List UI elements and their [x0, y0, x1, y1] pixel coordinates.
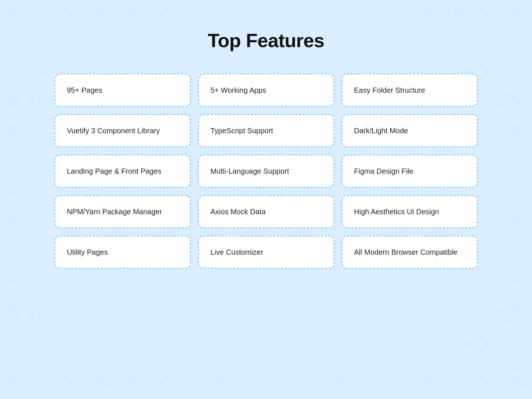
feature-card-landing-pages: Landing Page & Front Pages: [54, 155, 191, 188]
svg-line-96: [394, 375, 405, 386]
feature-label-browser-compat: All Modern Browser Compatible: [354, 248, 458, 257]
svg-line-30: [7, 302, 18, 313]
svg-line-80: [125, 375, 136, 386]
svg-line-91: [482, 375, 493, 386]
feature-label-vuetify: Vuetify 3 Component Library: [67, 127, 160, 135]
feature-label-landing-pages: Landing Page & Front Pages: [67, 167, 162, 176]
svg-line-89: [512, 375, 523, 386]
svg-marker-108: [15, 306, 33, 324]
feature-card-multilanguage: Multi-Language Support: [198, 155, 334, 188]
svg-marker-109: [44, 335, 63, 353]
feature-label-figma: Figma Design File: [354, 167, 413, 176]
svg-line-90: [482, 375, 493, 386]
svg-line-64: [512, 272, 523, 283]
svg-line-68: [512, 331, 523, 342]
features-grid: 95+ Pages5+ Working AppsEasy Folder Stru…: [29, 74, 504, 269]
svg-line-82: [155, 375, 166, 386]
svg-line-102: [306, 375, 317, 386]
svg-line-83: [155, 375, 166, 386]
feature-card-figma: Figma Design File: [342, 155, 478, 188]
feature-label-axios: Axios Mock Data: [211, 208, 266, 216]
svg-line-86: [214, 375, 225, 386]
svg-line-100: [335, 375, 346, 386]
feature-label-utility-pages: Utility Pages: [67, 248, 108, 257]
svg-line-29: [7, 272, 18, 283]
svg-line-70: [512, 361, 523, 372]
svg-line-35: [7, 361, 18, 372]
feature-card-vuetify: Vuetify 3 Component Library: [54, 114, 191, 147]
feature-label-customizer: Live Customizer: [211, 248, 263, 257]
svg-line-28: [7, 272, 18, 283]
feature-card-typescript: TypeScript Support: [198, 114, 334, 147]
svg-line-66: [512, 302, 523, 313]
svg-line-94: [423, 375, 434, 386]
feature-card-npm-yarn: NPM/Yarn Package Manager: [54, 195, 191, 228]
page-content: Top Features 95+ Pages5+ Working AppsEas…: [0, 0, 532, 269]
feature-card-pages: 95+ Pages: [54, 74, 191, 107]
svg-line-85: [184, 375, 195, 386]
svg-line-98: [364, 375, 376, 386]
page-title: Top Features: [208, 29, 324, 52]
feature-card-browser-compat: All Modern Browser Compatible: [342, 236, 478, 269]
svg-line-74: [37, 375, 48, 386]
feature-label-dark-light: Dark/Light Mode: [354, 127, 408, 135]
svg-line-73: [7, 375, 18, 386]
svg-line-77: [66, 375, 77, 386]
svg-line-75: [37, 375, 48, 386]
svg-line-95: [423, 375, 434, 386]
svg-line-103: [306, 375, 317, 386]
svg-line-69: [512, 331, 523, 342]
feature-label-folder-structure: Easy Folder Structure: [354, 86, 425, 95]
feature-card-customizer: Live Customizer: [198, 236, 334, 269]
svg-line-93: [453, 375, 464, 386]
svg-line-65: [512, 272, 523, 283]
feature-card-working-apps: 5+ Working Apps: [198, 74, 334, 107]
feature-card-utility-pages: Utility Pages: [54, 236, 191, 269]
feature-card-axios: Axios Mock Data: [198, 195, 334, 228]
feature-label-multilanguage: Multi-Language Support: [211, 167, 289, 176]
feature-card-folder-structure: Easy Folder Structure: [342, 74, 478, 107]
svg-line-78: [96, 375, 107, 386]
feature-label-working-apps: 5+ Working Apps: [211, 86, 266, 95]
svg-line-32: [7, 331, 18, 342]
svg-line-79: [96, 375, 107, 386]
svg-line-87: [214, 375, 225, 386]
feature-card-dark-light: Dark/Light Mode: [342, 114, 478, 147]
feature-label-typescript: TypeScript Support: [211, 127, 273, 135]
svg-line-31: [7, 302, 18, 313]
svg-line-72: [7, 375, 18, 386]
feature-label-aesthetics: High Aesthetics UI Design: [354, 208, 439, 216]
feature-card-aesthetics: High Aesthetics UI Design: [342, 195, 478, 228]
svg-line-88: [512, 375, 523, 386]
svg-line-101: [335, 375, 346, 386]
svg-line-92: [453, 375, 464, 386]
svg-line-33: [7, 331, 18, 342]
svg-line-34: [7, 361, 18, 372]
svg-line-99: [364, 375, 376, 386]
svg-line-67: [512, 302, 523, 313]
svg-marker-110: [499, 306, 517, 324]
svg-line-81: [125, 375, 136, 386]
svg-line-76: [66, 375, 77, 386]
feature-label-pages: 95+ Pages: [67, 86, 102, 95]
svg-line-71: [512, 361, 523, 372]
feature-label-npm-yarn: NPM/Yarn Package Manager: [67, 208, 162, 216]
svg-line-97: [394, 375, 405, 386]
svg-line-84: [184, 375, 195, 386]
svg-marker-111: [469, 335, 488, 353]
